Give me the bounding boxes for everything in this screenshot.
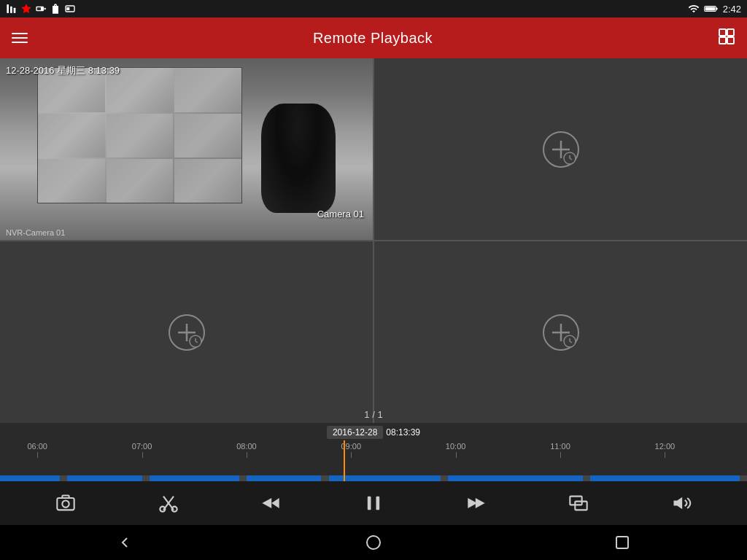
svg-rect-11 [705,7,715,11]
svg-rect-48 [575,502,587,510]
video-cell-2[interactable] [374,58,747,240]
svg-rect-12 [719,29,726,36]
tick-0800: 08:00 [236,442,257,451]
rewind-button[interactable] [255,487,287,519]
playhead [344,440,345,475]
tick-1200: 12:00 [655,442,676,451]
menu-button[interactable] [12,33,28,43]
fastforward-button[interactable] [460,487,492,519]
video-cell-4[interactable] [374,241,747,423]
tick-1000: 10:00 [446,442,466,451]
page-indicator: 1 / 1 [364,409,382,420]
time-display: 2:42 [723,4,741,15]
screenshot-button[interactable] [50,487,82,519]
status-icon-2 [20,3,32,15]
status-icon-4 [50,3,61,15]
playback-bar[interactable] [0,475,747,481]
multiscreen-button[interactable] [562,487,595,519]
svg-rect-14 [719,37,726,44]
add-camera-2[interactable] [542,131,580,168]
pb-seg-4 [329,475,441,481]
svg-rect-51 [616,537,628,548]
timeline-ruler[interactable]: 06:00 07:00 08:00 09:00 10:00 11:00 12:0… [0,440,747,475]
status-right-icons: 2:42 [688,3,741,15]
video-cell-3[interactable] [0,241,373,423]
svg-rect-8 [66,7,69,10]
svg-rect-43 [368,497,371,510]
pause-button[interactable] [357,487,390,519]
clip-button[interactable] [152,487,185,519]
svg-marker-41 [263,498,272,508]
recents-button[interactable] [605,525,640,560]
pb-seg-2 [150,475,239,481]
app-title: Remote Playback [313,30,433,47]
svg-marker-42 [272,498,280,508]
svg-point-50 [367,536,380,549]
add-camera-3[interactable] [168,314,206,351]
camera-name: NVR-Camera 01 [6,228,65,237]
tick-1100: 11:00 [550,442,570,451]
battery-icon [704,3,719,15]
svg-rect-6 [44,8,46,10]
svg-rect-36 [63,496,69,499]
svg-rect-47 [570,497,581,505]
status-icon-5 [64,3,76,15]
layout-button[interactable] [718,28,735,49]
wifi-icon [688,3,700,15]
svg-marker-49 [673,497,682,509]
tick-0600: 06:00 [27,442,47,451]
back-button[interactable] [107,525,142,560]
pb-seg-5 [448,475,582,481]
svg-rect-10 [716,8,717,10]
status-icon-1 [6,3,18,15]
svg-rect-1 [10,7,12,13]
svg-rect-5 [37,7,41,10]
svg-rect-0 [7,4,9,13]
volume-button[interactable] [665,487,697,519]
status-bar: 2:42 [0,0,747,18]
playhead-bar [344,475,345,481]
svg-point-35 [63,501,69,508]
nav-bar [0,525,747,560]
svg-rect-15 [727,37,734,44]
camera-label: Camera 01 [317,209,364,219]
controls-bar [0,481,747,525]
svg-rect-13 [727,29,734,36]
timeline-container[interactable]: 2016-12-28 08:13:39 06:00 07:00 08:00 09… [0,423,747,481]
camera-timestamp: 12-28-2016 星期三 8:13:39 [6,64,120,77]
pb-seg-6 [590,475,740,481]
video-cell-1[interactable]: 12-28-2016 星期三 8:13:39 Camera 01 NVR-Cam… [0,58,373,240]
pb-seg-1 [67,475,142,481]
timeline-date: 2016-12-28 [327,426,383,439]
timeline-time: 08:13:39 [386,427,420,438]
timeline-date-row: 2016-12-28 08:13:39 [0,423,747,440]
add-camera-4[interactable] [542,314,580,351]
svg-marker-3 [21,4,31,13]
status-left-icons [6,3,76,15]
pb-seg-0 [0,475,60,481]
svg-rect-44 [376,497,379,510]
home-button[interactable] [356,525,391,560]
svg-marker-46 [475,498,484,508]
pb-seg-3 [247,475,321,481]
svg-rect-2 [14,8,16,13]
app-bar: Remote Playback [0,18,747,58]
status-icon-3 [35,3,47,15]
tick-0700: 07:00 [132,442,152,451]
video-grid: 12-28-2016 星期三 8:13:39 Camera 01 NVR-Cam… [0,58,747,423]
